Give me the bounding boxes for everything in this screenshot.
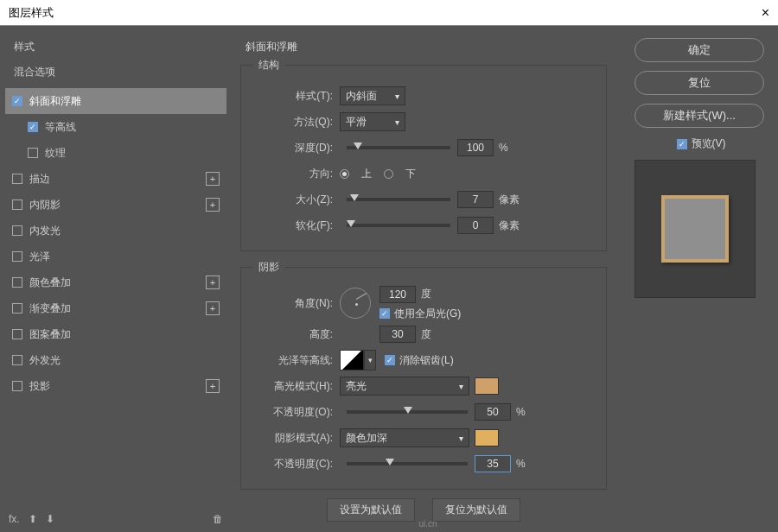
shading-legend: 阴影 bbox=[253, 260, 284, 275]
sidebar-checkbox-0[interactable]: ✓ bbox=[12, 96, 22, 106]
antialias-checkbox[interactable]: ✓ bbox=[385, 355, 395, 365]
sidebar-checkbox-8[interactable] bbox=[12, 303, 22, 314]
sidebar-item-6[interactable]: 光泽 bbox=[5, 244, 226, 269]
sidebar-checkbox-1[interactable]: ✓ bbox=[28, 122, 38, 132]
sidebar-item-1[interactable]: ✓等高线 bbox=[5, 114, 226, 140]
sidebar-item-0[interactable]: ✓斜面和浮雕 bbox=[5, 88, 226, 114]
preview-checkbox[interactable]: ✓ bbox=[677, 139, 687, 149]
direction-down-radio[interactable] bbox=[384, 169, 393, 179]
technique-label: 方法(Q): bbox=[253, 115, 333, 130]
sidebar-add-7[interactable]: + bbox=[206, 276, 220, 289]
sidebar-item-5[interactable]: 内发光 bbox=[5, 218, 226, 244]
sidebar-label-4: 内阴影 bbox=[29, 198, 61, 212]
sidebar-add-4[interactable]: + bbox=[206, 198, 220, 212]
arrow-up-icon[interactable]: ⬆ bbox=[29, 513, 37, 525]
size-input[interactable] bbox=[457, 191, 494, 208]
sidebar-label-6: 光泽 bbox=[29, 250, 50, 264]
ok-button[interactable]: 确定 bbox=[635, 38, 764, 62]
angle-dial[interactable] bbox=[340, 288, 371, 319]
shadow-color-swatch[interactable] bbox=[475, 429, 499, 446]
sidebar-item-9[interactable]: 图案叠加 bbox=[5, 321, 226, 347]
highlight-opacity-label: 不透明度(O): bbox=[253, 405, 333, 420]
sidebar-add-3[interactable]: + bbox=[206, 172, 220, 186]
cancel-button[interactable]: 复位 bbox=[635, 71, 764, 95]
size-label: 大小(Z): bbox=[253, 193, 333, 207]
soften-slider[interactable] bbox=[347, 224, 450, 227]
angle-input[interactable] bbox=[379, 286, 416, 303]
global-light-checkbox[interactable]: ✓ bbox=[379, 308, 390, 319]
direction-up-radio[interactable] bbox=[340, 169, 349, 179]
sidebar-checkbox-9[interactable] bbox=[12, 329, 22, 339]
highlight-opacity-input[interactable] bbox=[475, 403, 511, 421]
shading-group: 阴影 角度(N): 度 ✓ 使用全局光(G) 高度: bbox=[240, 260, 607, 490]
sidebar-label-2: 纹理 bbox=[45, 146, 66, 161]
preview-thumbnail bbox=[661, 195, 729, 263]
styles-sidebar: 样式 混合选项 ✓斜面和浮雕✓等高线纹理描边+内阴影+内发光光泽颜色叠加+渐变叠… bbox=[0, 26, 232, 532]
style-label: 样式(T): bbox=[253, 89, 333, 104]
depth-slider[interactable] bbox=[347, 146, 450, 149]
sidebar-item-8[interactable]: 渐变叠加+ bbox=[5, 295, 226, 321]
arrow-down-icon[interactable]: ⬇ bbox=[46, 513, 54, 525]
soften-unit: 像素 bbox=[499, 218, 520, 233]
sidebar-add-8[interactable]: + bbox=[206, 301, 220, 315]
antialias-label: 消除锯齿(L) bbox=[399, 353, 454, 368]
sidebar-checkbox-3[interactable] bbox=[12, 174, 22, 184]
panel-title: 斜面和浮雕 bbox=[246, 40, 607, 54]
sidebar-checkbox-10[interactable] bbox=[12, 355, 22, 365]
altitude-input[interactable] bbox=[379, 326, 416, 343]
opacity-unit-2: % bbox=[516, 458, 526, 470]
fx-icon[interactable]: fx. bbox=[9, 513, 20, 525]
close-icon[interactable]: × bbox=[762, 5, 769, 21]
blending-options[interactable]: 混合选项 bbox=[5, 60, 226, 85]
sidebar-label-8: 渐变叠加 bbox=[29, 301, 71, 316]
preview-box bbox=[635, 160, 756, 298]
sidebar-add-11[interactable]: + bbox=[206, 379, 220, 393]
trash-icon[interactable]: 🗑 bbox=[213, 513, 223, 525]
depth-input[interactable] bbox=[457, 139, 494, 156]
sidebar-item-11[interactable]: 投影+ bbox=[5, 373, 226, 399]
make-default-button[interactable]: 设置为默认值 bbox=[327, 498, 415, 522]
sidebar-label-5: 内发光 bbox=[29, 224, 61, 238]
sidebar-checkbox-6[interactable] bbox=[12, 251, 22, 262]
depth-label: 深度(D): bbox=[253, 141, 333, 155]
sidebar-checkbox-7[interactable] bbox=[12, 277, 22, 288]
sidebar-checkbox-11[interactable] bbox=[12, 381, 22, 391]
shadow-opacity-input[interactable] bbox=[475, 455, 511, 472]
shadow-opacity-label: 不透明度(C): bbox=[253, 457, 333, 472]
technique-select[interactable]: 平滑 bbox=[340, 112, 405, 131]
sidebar-checkbox-4[interactable] bbox=[12, 200, 22, 210]
sidebar-item-2[interactable]: 纹理 bbox=[5, 140, 226, 166]
bevel-emboss-panel: 斜面和浮雕 结构 样式(T): 内斜面 方法(Q): 平滑 深度(D): % 方… bbox=[232, 26, 624, 532]
gloss-contour-label: 光泽等高线: bbox=[253, 353, 333, 368]
gloss-contour-swatch[interactable] bbox=[340, 350, 364, 370]
altitude-unit: 度 bbox=[421, 327, 431, 342]
sidebar-item-4[interactable]: 内阴影+ bbox=[5, 192, 226, 218]
sidebar-checkbox-5[interactable] bbox=[12, 225, 22, 236]
structure-legend: 结构 bbox=[253, 58, 284, 73]
sidebar-checkbox-2[interactable] bbox=[28, 148, 38, 158]
sidebar-item-10[interactable]: 外发光 bbox=[5, 347, 226, 373]
shadow-mode-label: 阴影模式(A): bbox=[253, 431, 333, 446]
sidebar-item-3[interactable]: 描边+ bbox=[5, 166, 226, 192]
structure-group: 结构 样式(T): 内斜面 方法(Q): 平滑 深度(D): % 方向: 上 bbox=[240, 58, 607, 251]
soften-label: 软化(F): bbox=[253, 218, 333, 233]
new-style-button[interactable]: 新建样式(W)... bbox=[635, 104, 764, 128]
highlight-color-swatch[interactable] bbox=[475, 377, 499, 395]
style-select[interactable]: 内斜面 bbox=[340, 86, 405, 105]
shadow-mode-select[interactable]: 颜色加深 bbox=[340, 428, 469, 447]
soften-input[interactable] bbox=[457, 217, 494, 234]
gloss-contour-dropdown[interactable]: ▾ bbox=[364, 350, 376, 370]
angle-label: 角度(N): bbox=[253, 296, 333, 311]
size-slider[interactable] bbox=[347, 198, 450, 201]
watermark: ui.cn bbox=[418, 519, 437, 529]
opacity-unit: % bbox=[516, 406, 526, 418]
highlight-mode-select[interactable]: 亮光 bbox=[340, 377, 469, 396]
global-light-label: 使用全局光(G) bbox=[394, 307, 461, 321]
right-panel: 确定 复位 新建样式(W)... ✓ 预览(V) bbox=[624, 26, 778, 532]
sidebar-item-7[interactable]: 颜色叠加+ bbox=[5, 269, 226, 295]
direction-up-label: 上 bbox=[361, 167, 372, 181]
shadow-opacity-slider[interactable] bbox=[347, 462, 468, 466]
styles-header[interactable]: 样式 bbox=[5, 35, 226, 60]
highlight-opacity-slider[interactable] bbox=[347, 410, 468, 414]
reset-default-button[interactable]: 复位为默认值 bbox=[432, 498, 520, 522]
